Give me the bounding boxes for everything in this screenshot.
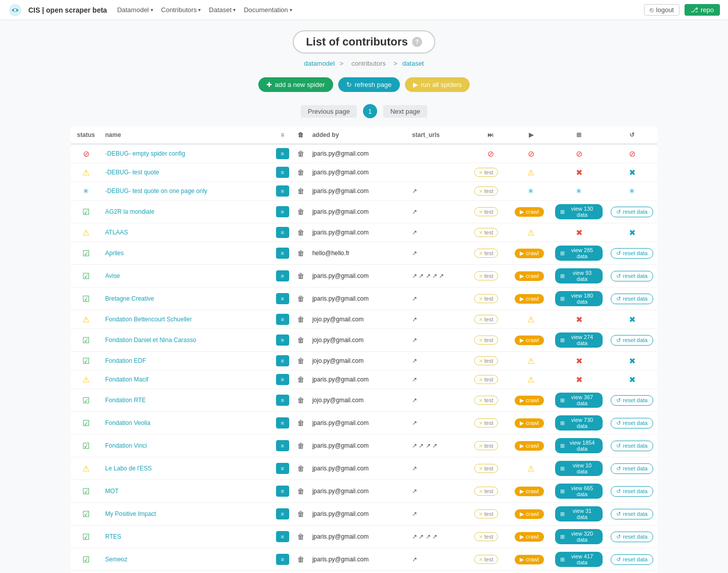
list-button[interactable]: ≡	[276, 417, 289, 428]
reset-data-button[interactable]: ↺ reset data	[611, 335, 653, 346]
test-button[interactable]: ✕ test	[474, 186, 498, 196]
reset-data-button[interactable]: ↺ reset data	[611, 248, 653, 259]
list-button[interactable]: ≡	[276, 335, 289, 346]
delete-icon[interactable]: 🗑	[297, 375, 304, 384]
url-link-icon[interactable]: ↗	[432, 442, 437, 449]
test-button[interactable]: ✕ test	[474, 228, 498, 237]
url-link-icon[interactable]: ↗	[426, 272, 432, 279]
run-all-button[interactable]: ▶ run all spiders	[405, 77, 470, 92]
url-link-icon[interactable]: ↗	[412, 208, 417, 215]
test-button[interactable]: ✕ test	[474, 464, 498, 473]
test-button[interactable]: ✕ test	[474, 207, 498, 216]
test-button[interactable]: ✕ test	[474, 487, 498, 496]
url-link-icon[interactable]: ↗	[426, 533, 432, 540]
reset-data-button[interactable]: ↺ reset data	[611, 486, 653, 497]
view-data-button[interactable]: ⊞ view 10 data	[555, 461, 603, 476]
crawl-button[interactable]: ▶ crawl	[515, 441, 544, 451]
test-button[interactable]: ✕ test	[474, 294, 498, 303]
test-button[interactable]: ✕ test	[474, 555, 498, 564]
reset-data-button[interactable]: ↺ reset data	[611, 441, 653, 451]
test-button[interactable]: ✕ test	[474, 168, 498, 177]
nav-datamodel[interactable]: Datamodel	[117, 6, 153, 14]
delete-icon[interactable]: 🗑	[297, 187, 304, 195]
url-link-icon[interactable]: ↗	[412, 556, 417, 563]
contributor-link[interactable]: Fondation Bettencourt Schueller	[105, 316, 192, 323]
url-link-icon[interactable]: ↗	[412, 316, 417, 323]
contributor-link[interactable]: Le Labo de l'ESS	[105, 465, 152, 472]
delete-icon[interactable]: 🗑	[297, 315, 304, 323]
contributor-link[interactable]: My Positive Impact	[105, 510, 156, 517]
test-button[interactable]: ✕ test	[474, 418, 498, 427]
view-data-button[interactable]: ⊞ view 730 data	[555, 415, 603, 431]
reset-data-button[interactable]: ↺ reset data	[611, 509, 653, 519]
reset-data-button[interactable]: ↺ reset data	[611, 395, 653, 406]
delete-icon[interactable]: 🗑	[297, 336, 304, 344]
contributor-link[interactable]: MOT	[105, 488, 119, 495]
url-link-icon[interactable]: ↗	[412, 357, 417, 364]
crawl-button[interactable]: ▶ crawl	[515, 555, 544, 564]
reset-data-button[interactable]: ↺ reset data	[611, 532, 653, 542]
delete-icon[interactable]: 🗑	[297, 464, 304, 472]
breadcrumb-dataset[interactable]: dataset	[402, 60, 424, 67]
contributor-link[interactable]: Avise	[105, 272, 120, 279]
view-data-button[interactable]: ⊞ view 665 data	[555, 484, 603, 499]
contributor-link[interactable]: Fondation Macif	[105, 376, 148, 383]
prev-page-button[interactable]: Previous page	[301, 105, 357, 118]
view-data-button[interactable]: ⊞ view 417 data	[555, 552, 603, 567]
crawl-button[interactable]: ▶ crawl	[515, 532, 544, 542]
delete-icon[interactable]: 🗑	[297, 228, 304, 236]
list-button[interactable]: ≡	[276, 227, 289, 238]
test-button[interactable]: ✕ test	[474, 441, 498, 450]
url-link-icon[interactable]: ↗	[412, 419, 417, 426]
delete-icon[interactable]: 🗑	[297, 396, 304, 404]
delete-icon[interactable]: 🗑	[297, 487, 304, 495]
contributor-link[interactable]: RTES	[105, 533, 121, 540]
url-link-icon[interactable]: ↗	[412, 295, 417, 302]
crawl-button[interactable]: ▶ crawl	[515, 249, 544, 258]
list-button[interactable]: ≡	[276, 248, 289, 259]
view-data-button[interactable]: ⊞ view 93 data	[555, 268, 603, 283]
crawl-button[interactable]: ▶ crawl	[515, 207, 544, 217]
breadcrumb-datamodel[interactable]: datamodel	[304, 60, 335, 67]
view-data-button[interactable]: ⊞ view 274 data	[555, 332, 603, 348]
delete-icon[interactable]: 🗑	[297, 249, 304, 257]
delete-icon[interactable]: 🗑	[297, 295, 304, 303]
delete-icon[interactable]: 🗑	[297, 168, 304, 176]
list-button[interactable]: ≡	[276, 148, 289, 159]
test-button[interactable]: ✕ test	[474, 396, 498, 405]
url-link-icon[interactable]: ↗	[439, 272, 444, 279]
crawl-button[interactable]: ▶ crawl	[515, 271, 544, 281]
next-page-button[interactable]: Next page	[383, 105, 427, 118]
view-data-button[interactable]: ⊞ view 180 data	[555, 291, 603, 306]
delete-icon[interactable]: 🗑	[297, 357, 304, 365]
list-button[interactable]: ≡	[276, 355, 289, 366]
delete-icon[interactable]: 🗑	[297, 533, 304, 541]
list-button[interactable]: ≡	[276, 508, 289, 519]
url-link-icon[interactable]: ↗	[412, 229, 417, 236]
nav-dataset[interactable]: Dataset	[209, 6, 236, 14]
contributor-link[interactable]: -DEBUG- test quote on one page only	[105, 187, 207, 195]
add-spider-button[interactable]: ✚ add a new spider	[258, 77, 333, 92]
list-button[interactable]: ≡	[276, 374, 289, 385]
crawl-button[interactable]: ▶ crawl	[515, 418, 544, 428]
contributor-link[interactable]: Fondation Daniel et Nina Carasso	[105, 337, 196, 344]
url-link-icon[interactable]: ↗	[412, 397, 417, 404]
test-button[interactable]: ✕ test	[474, 532, 498, 541]
contributor-link[interactable]: Fondation Veolia	[105, 419, 150, 426]
test-button[interactable]: ✕ test	[474, 315, 498, 324]
contributor-link[interactable]: Fondation RTE	[105, 397, 146, 404]
url-link-icon[interactable]: ↗	[412, 187, 417, 195]
list-button[interactable]: ≡	[276, 554, 289, 565]
url-link-icon[interactable]: ↗	[412, 250, 417, 257]
reset-data-button[interactable]: ↺ reset data	[611, 294, 653, 304]
delete-icon[interactable]: 🗑	[297, 442, 304, 450]
list-button[interactable]: ≡	[276, 185, 289, 197]
nav-contributors[interactable]: Contributors	[161, 6, 201, 14]
url-link-icon[interactable]: ↗	[412, 272, 419, 279]
list-button[interactable]: ≡	[276, 440, 289, 451]
view-data-button[interactable]: ⊞ view 31 data	[555, 506, 603, 521]
nav-documentation[interactable]: Documentation	[244, 6, 292, 14]
view-data-button[interactable]: ⊞ view 130 data	[555, 204, 603, 219]
url-link-icon[interactable]: ↗	[426, 442, 432, 449]
contributor-link[interactable]: -DEBUG- test quote	[105, 169, 159, 176]
